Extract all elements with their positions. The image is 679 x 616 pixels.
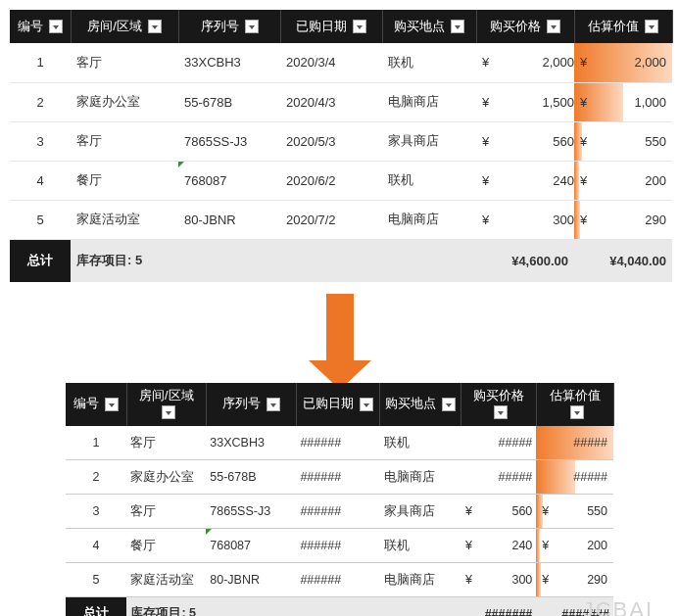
- totals-inventory: 库存项目: 5: [126, 597, 379, 617]
- col-serial[interactable]: 序列号: [206, 383, 296, 426]
- cell-price: ¥240: [476, 161, 574, 200]
- inventory-table-narrow: 编号 房间/区域 序列号 已购日期 购买地点 购买价格 估算价值 1客厅33XC…: [66, 383, 614, 616]
- totals-est: #######: [536, 597, 613, 617]
- cell-date: 2020/7/2: [280, 200, 382, 239]
- col-index[interactable]: 编号: [10, 10, 71, 43]
- cell-date: ######: [296, 563, 379, 597]
- col-est[interactable]: 估算价值: [574, 10, 672, 43]
- cell-serial: 768087: [206, 529, 296, 563]
- col-serial[interactable]: 序列号: [178, 10, 280, 43]
- col-place[interactable]: 购买地点: [382, 10, 476, 43]
- cell-room: 家庭办公室: [71, 82, 178, 121]
- cell-est: ¥2,000: [574, 43, 672, 82]
- cell-place: 家具商店: [382, 121, 476, 161]
- cell-est: ¥1,000: [574, 82, 672, 121]
- cell-place: 联机: [380, 426, 461, 460]
- cell-price: #####: [461, 426, 536, 460]
- cell-price: ¥1,500: [476, 82, 574, 121]
- cell-price: #####: [461, 460, 536, 495]
- cell-index: 4: [66, 529, 127, 563]
- cell-index: 1: [66, 426, 127, 460]
- cell-index: 4: [10, 161, 71, 200]
- dropdown-icon[interactable]: [148, 20, 162, 33]
- totals-price: ¥4,600.00: [476, 239, 574, 282]
- col-index[interactable]: 编号: [66, 383, 127, 426]
- dropdown-icon[interactable]: [570, 405, 584, 419]
- cell-serial: 33XCBH3: [178, 43, 280, 82]
- dropdown-icon[interactable]: [547, 20, 560, 33]
- cell-index: 5: [10, 200, 71, 239]
- cell-index: 3: [10, 121, 71, 161]
- table-row: 4餐厅7680872020/6/2联机¥240¥200: [10, 161, 672, 200]
- table-row: 3客厅7865SS-J3######家具商店¥560¥550: [66, 495, 614, 529]
- cell-est: #####: [536, 460, 613, 495]
- dropdown-icon[interactable]: [267, 398, 280, 411]
- cell-est: ¥290: [536, 563, 613, 597]
- cell-price: ¥2,000: [476, 43, 574, 82]
- cell-date: 2020/5/3: [280, 121, 382, 161]
- table-row: 4餐厅768087######联机¥240¥200: [66, 529, 614, 563]
- cell-place: 电脑商店: [382, 200, 476, 239]
- cell-date: 2020/4/3: [280, 82, 382, 121]
- header-row: 编号 房间/区域 序列号 已购日期 购买地点 购买价格 估算价值: [66, 383, 614, 426]
- cell-date: ######: [296, 460, 379, 495]
- totals-label: 总计: [10, 239, 71, 282]
- table-row: 5家庭活动室80-JBNR2020/7/2电脑商店¥300¥290: [10, 200, 672, 239]
- cell-room: 家庭办公室: [126, 460, 206, 495]
- table-row: 5家庭活动室80-JBNR######电脑商店¥300¥290: [66, 563, 614, 597]
- cell-serial: 7865SS-J3: [178, 121, 280, 161]
- cell-serial: 55-678B: [178, 82, 280, 121]
- dropdown-icon[interactable]: [49, 20, 63, 33]
- cell-room: 家庭活动室: [126, 563, 206, 597]
- cell-room: 家庭活动室: [71, 200, 178, 239]
- dropdown-icon[interactable]: [105, 398, 119, 411]
- table-row: 2家庭办公室55-678B######电脑商店##########: [66, 460, 614, 495]
- cell-room: 餐厅: [71, 161, 178, 200]
- totals-inventory: 库存项目: 5: [71, 239, 382, 282]
- dropdown-icon[interactable]: [645, 20, 658, 33]
- table-row: 1客厅33XCBH3######联机##########: [66, 426, 614, 460]
- cell-index: 2: [10, 82, 71, 121]
- cell-serial: 80-JBNR: [178, 200, 280, 239]
- col-est[interactable]: 估算价值: [536, 383, 613, 426]
- cell-place: 电脑商店: [382, 82, 476, 121]
- cell-room: 客厅: [71, 121, 178, 161]
- cell-date: ######: [296, 495, 379, 529]
- dropdown-icon[interactable]: [245, 20, 259, 33]
- cell-est: ¥550: [574, 121, 672, 161]
- cell-index: 2: [66, 460, 127, 495]
- col-date[interactable]: 已购日期: [280, 10, 382, 43]
- dropdown-icon[interactable]: [442, 398, 456, 411]
- col-price[interactable]: 购买价格: [476, 10, 574, 43]
- totals-est: ¥4,040.00: [574, 239, 672, 282]
- cell-est: ¥200: [574, 161, 672, 200]
- totals-row: 总计 库存项目: 5 ####### #######: [66, 597, 614, 617]
- cell-price: ¥560: [461, 495, 536, 529]
- cell-room: 客厅: [126, 495, 206, 529]
- col-date[interactable]: 已购日期: [296, 383, 379, 426]
- dropdown-icon[interactable]: [162, 405, 175, 419]
- cell-price: ¥300: [461, 563, 536, 597]
- cell-room: 客厅: [71, 43, 178, 82]
- dropdown-icon[interactable]: [360, 398, 373, 411]
- cell-serial: 33XCBH3: [206, 426, 296, 460]
- dropdown-icon[interactable]: [451, 20, 464, 33]
- col-room[interactable]: 房间/区域: [71, 10, 178, 43]
- cell-index: 1: [10, 43, 71, 82]
- cell-est: ¥200: [536, 529, 613, 563]
- cell-serial: 768087: [178, 161, 280, 200]
- cell-room: 餐厅: [126, 529, 206, 563]
- dropdown-icon[interactable]: [494, 405, 508, 419]
- cell-place: 电脑商店: [380, 563, 461, 597]
- table-row: 1客厅33XCBH32020/3/4联机¥2,000¥2,000: [10, 43, 672, 82]
- col-room[interactable]: 房间/区域: [126, 383, 206, 426]
- cell-index: 3: [66, 495, 127, 529]
- cell-place: 联机: [380, 529, 461, 563]
- col-price[interactable]: 购买价格: [461, 383, 536, 426]
- table-row: 3客厅7865SS-J32020/5/3家具商店¥560¥550: [10, 121, 672, 161]
- cell-date: 2020/6/2: [280, 161, 382, 200]
- dropdown-icon[interactable]: [353, 20, 366, 33]
- cell-price: ¥240: [461, 529, 536, 563]
- col-place[interactable]: 购买地点: [380, 383, 461, 426]
- cell-room: 客厅: [126, 426, 206, 460]
